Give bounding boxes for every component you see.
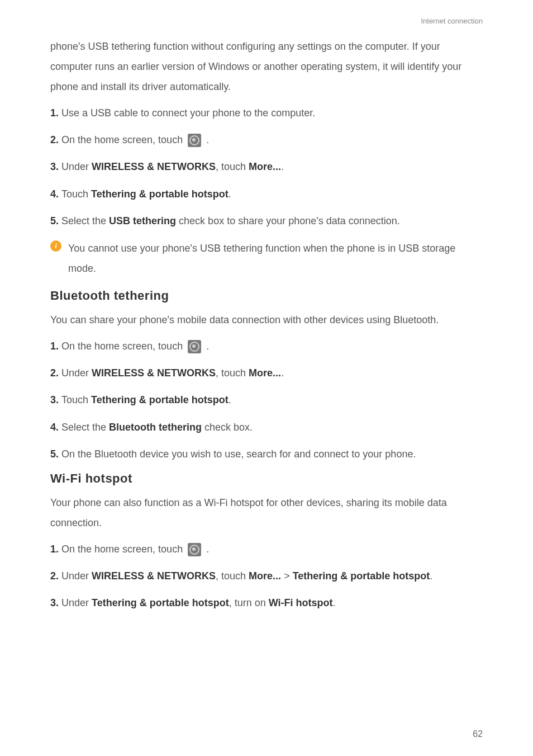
step-end: . xyxy=(229,394,231,405)
wifi-intro: Your phone can also function as a Wi-Fi … xyxy=(50,493,483,533)
step-text: Under xyxy=(61,367,92,379)
bluetooth-intro: You can share your phone's mobile data c… xyxy=(50,310,483,330)
step-number: 3. xyxy=(50,161,61,172)
bold-label: More... xyxy=(249,367,281,379)
wifi-heading: Wi-Fi hotspot xyxy=(50,471,483,486)
step-mid: , touch xyxy=(216,570,249,582)
step-text: Select the xyxy=(61,215,109,226)
step-suffix: . xyxy=(203,544,209,555)
step-text: Select the xyxy=(61,422,109,433)
step-end: . xyxy=(430,570,432,582)
wifi-step-2: 2. Under WIRELESS & NETWORKS, touch More… xyxy=(50,566,483,585)
settings-icon xyxy=(188,543,201,556)
settings-icon xyxy=(188,340,201,353)
bold-label: Tethering & portable hotspot xyxy=(92,597,229,608)
info-icon: i xyxy=(50,240,61,252)
step-end: . xyxy=(281,161,284,172)
wifi-step-3: 3. Under Tethering & portable hotspot, t… xyxy=(50,593,483,612)
step-end: . xyxy=(281,367,284,379)
step-suffix: . xyxy=(203,134,209,145)
step-end: check box. xyxy=(202,422,253,433)
step-text: Use a USB cable to connect your phone to… xyxy=(61,107,315,119)
step-number: 1. xyxy=(50,107,61,119)
step-end: . xyxy=(333,597,336,608)
step-text: Touch xyxy=(61,188,91,200)
step-mid: , touch xyxy=(216,161,249,172)
bold-label: Tethering & portable hotspot xyxy=(91,188,229,200)
usb-step-3: 3. Under WIRELESS & NETWORKS, touch More… xyxy=(50,157,483,176)
step-text: Under xyxy=(61,161,92,172)
step-text: On the Bluetooth device you wish to use,… xyxy=(61,448,416,460)
step-mid: , turn on xyxy=(229,597,269,608)
bt-step-2: 2. Under WIRELESS & NETWORKS, touch More… xyxy=(50,363,483,382)
bt-step-4: 4. Select the Bluetooth tethering check … xyxy=(50,418,483,437)
step-text: Under xyxy=(61,570,92,582)
step-text: Touch xyxy=(61,394,91,405)
usb-step-4: 4. Touch Tethering & portable hotspot. xyxy=(50,185,483,204)
step-number: 5. xyxy=(50,215,61,226)
bold-label: WIRELESS & NETWORKS xyxy=(92,570,216,582)
bold-label: USB tethering xyxy=(109,215,176,226)
step-text: On the home screen, touch xyxy=(61,134,185,145)
intro-paragraph: phone's USB tethering function without c… xyxy=(50,36,483,97)
bold-label: WIRELESS & NETWORKS xyxy=(92,367,216,379)
step-number: 1. xyxy=(50,544,61,555)
gt-separator: > xyxy=(281,570,293,582)
bold-label: Tethering & portable hotspot xyxy=(91,394,229,405)
bold-label: Wi-Fi hotspot xyxy=(269,597,333,608)
bt-step-5: 5. On the Bluetooth device you wish to u… xyxy=(50,445,483,464)
step-number: 2. xyxy=(50,134,61,145)
header-section-label: Internet connection xyxy=(50,17,483,25)
page-number: 62 xyxy=(473,729,483,739)
wifi-step-1: 1. On the home screen, touch . xyxy=(50,540,483,559)
usb-step-2: 2. On the home screen, touch . xyxy=(50,130,483,149)
bold-label: More... xyxy=(249,570,281,582)
step-number: 2. xyxy=(50,570,61,582)
step-number: 2. xyxy=(50,367,61,379)
step-text: On the home screen, touch xyxy=(61,341,185,352)
info-note: i You cannot use your phone's USB tether… xyxy=(50,238,483,278)
bold-label: WIRELESS & NETWORKS xyxy=(92,161,216,172)
usb-step-5: 5. Select the USB tethering check box to… xyxy=(50,211,483,230)
step-number: 3. xyxy=(50,394,61,405)
step-number: 4. xyxy=(50,188,61,200)
bluetooth-heading: Bluetooth tethering xyxy=(50,289,483,303)
step-end: . xyxy=(229,188,231,200)
step-suffix: . xyxy=(203,341,209,352)
bold-label: Tethering & portable hotspot xyxy=(293,570,430,582)
info-text: You cannot use your phone's USB tetherin… xyxy=(68,238,483,278)
bt-step-1: 1. On the home screen, touch . xyxy=(50,337,483,356)
usb-step-1: 1. Use a USB cable to connect your phone… xyxy=(50,103,483,122)
step-end: check box to share your phone's data con… xyxy=(176,215,400,226)
bold-label: Bluetooth tethering xyxy=(109,422,202,433)
step-mid: , touch xyxy=(216,367,249,379)
step-text: Under xyxy=(61,597,92,608)
step-text: On the home screen, touch xyxy=(61,544,185,555)
bt-step-3: 3. Touch Tethering & portable hotspot. xyxy=(50,390,483,409)
step-number: 4. xyxy=(50,422,61,433)
step-number: 5. xyxy=(50,448,61,460)
bold-label: More... xyxy=(249,161,281,172)
settings-icon xyxy=(188,134,201,147)
step-number: 3. xyxy=(50,597,61,608)
step-number: 1. xyxy=(50,341,61,352)
